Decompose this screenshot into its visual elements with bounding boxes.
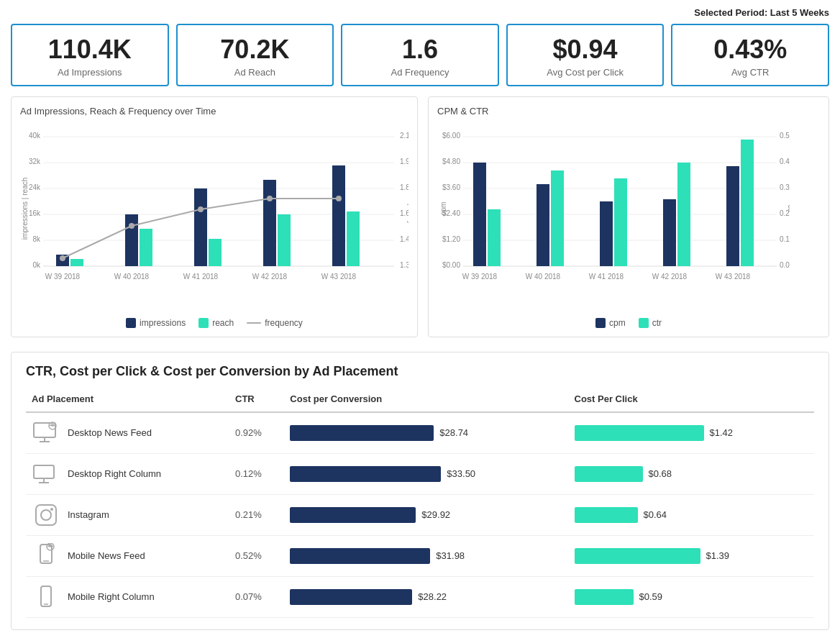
svg-text:W 40 2018: W 40 2018 <box>114 273 150 281</box>
svg-text:32k: 32k <box>29 158 41 165</box>
col-conv: Cost per Conversion <box>284 389 568 412</box>
click-value-4: $0.59 <box>639 591 663 602</box>
svg-text:$4.80: $4.80 <box>442 158 460 165</box>
chart-impressions-reach-frequency: Ad Impressions, Reach & Frequency over T… <box>11 96 418 337</box>
legend-reach-dot <box>198 318 209 328</box>
svg-text:$6.00: $6.00 <box>442 132 460 140</box>
svg-rect-66 <box>663 199 676 266</box>
svg-rect-63 <box>551 170 564 266</box>
placement-cell-4: Mobile Right Column <box>26 576 229 617</box>
placement-name-1: Desktop Right Column <box>68 468 161 479</box>
kpi-label-2: Ad Frequency <box>350 67 490 78</box>
svg-text:40k: 40k <box>29 132 41 140</box>
conv-value-4: $28.22 <box>418 591 447 602</box>
svg-rect-80 <box>34 465 54 478</box>
legend-reach: reach <box>198 318 234 328</box>
kpi-value-2: 1.6 <box>350 35 490 64</box>
svg-text:cpm: cpm <box>439 201 447 215</box>
svg-text:0k: 0k <box>32 261 41 269</box>
conv-cell-2: $29.92 <box>284 494 568 535</box>
legend-ctr: ctr <box>639 318 662 328</box>
svg-rect-90 <box>41 586 51 606</box>
click-bar-2 <box>575 507 638 523</box>
svg-text:W 39 2018: W 39 2018 <box>45 273 81 281</box>
chart-left-title: Ad Impressions, Reach & Frequency over T… <box>20 106 408 117</box>
kpi-value-1: 70.2K <box>185 35 326 64</box>
svg-text:8k: 8k <box>32 235 41 243</box>
legend-cpm-label: cpm <box>609 318 626 328</box>
svg-rect-21 <box>70 259 83 266</box>
conv-bar-0 <box>290 425 434 441</box>
placement-icon-3 <box>32 543 60 569</box>
svg-text:W 41 2018: W 41 2018 <box>183 273 219 281</box>
svg-text:1.9: 1.9 <box>400 158 408 165</box>
click-bar-3 <box>575 548 700 564</box>
svg-point-85 <box>50 508 53 511</box>
svg-rect-60 <box>473 163 486 266</box>
svg-text:$0.00: $0.00 <box>442 261 460 269</box>
svg-point-34 <box>336 196 342 201</box>
conv-value-2: $29.92 <box>421 509 450 520</box>
svg-point-88 <box>50 546 51 547</box>
kpi-card-3: $0.94 Avg Cost per Click <box>506 24 665 86</box>
legend-frequency-label: frequency <box>265 318 303 328</box>
placement-icon-0 <box>32 420 60 446</box>
svg-rect-23 <box>140 229 152 266</box>
svg-rect-29 <box>347 211 360 266</box>
legend-cpm-dot <box>595 318 606 328</box>
placement-cell-0: Desktop News Feed <box>26 412 229 454</box>
table-row: Mobile News Feed 0.52% $31.98 $1.39 <box>26 535 814 576</box>
svg-rect-61 <box>488 209 501 266</box>
kpi-card-2: 1.6 Ad Frequency <box>341 24 499 86</box>
svg-text:W 42 2018: W 42 2018 <box>252 273 288 281</box>
conv-cell-3: $31.98 <box>284 535 568 576</box>
kpi-label-0: Ad Impressions <box>19 67 160 78</box>
click-cell-3: $1.39 <box>569 535 814 576</box>
svg-point-31 <box>129 223 134 229</box>
kpi-label-4: Avg CTR <box>680 67 821 78</box>
svg-text:0.50 %: 0.50 % <box>780 132 790 140</box>
svg-rect-22 <box>125 214 138 266</box>
svg-text:16k: 16k <box>29 209 41 217</box>
placement-table: Ad Placement CTR Cost per Conversion Cos… <box>26 389 814 618</box>
placement-icon-1 <box>32 461 60 487</box>
conv-bar-4 <box>290 589 412 605</box>
conv-bar-3 <box>290 548 430 564</box>
kpi-label-1: Ad Reach <box>185 67 326 78</box>
svg-rect-69 <box>741 140 754 266</box>
legend-ctr-dot <box>639 318 649 328</box>
svg-rect-83 <box>36 505 56 525</box>
ctr-cell-4: 0.07% <box>229 576 284 617</box>
kpi-value-0: 110.4K <box>19 35 160 64</box>
svg-text:1.8: 1.8 <box>400 183 408 191</box>
conv-value-3: $31.98 <box>436 550 465 561</box>
conv-cell-0: $28.74 <box>284 412 568 454</box>
svg-text:$3.60: $3.60 <box>442 183 460 191</box>
table-row: Instagram 0.21% $29.92 $0.64 <box>26 494 814 535</box>
svg-text:ctr: ctr <box>787 204 790 213</box>
svg-text:W 43 2018: W 43 2018 <box>716 273 751 281</box>
click-cell-4: $0.59 <box>569 576 814 617</box>
placement-name-2: Instagram <box>68 509 109 520</box>
conv-bar-1 <box>290 466 441 482</box>
conv-value-0: $28.74 <box>439 427 468 438</box>
svg-rect-27 <box>278 214 291 266</box>
kpi-value-3: $0.94 <box>515 35 656 64</box>
col-placement: Ad Placement <box>26 389 229 412</box>
svg-text:24k: 24k <box>29 183 41 191</box>
charts-row: Ad Impressions, Reach & Frequency over T… <box>11 96 829 337</box>
svg-rect-67 <box>677 163 690 266</box>
ctr-cell-2: 0.21% <box>229 494 284 535</box>
click-cell-1: $0.68 <box>569 453 814 494</box>
kpi-label-3: Avg Cost per Click <box>515 67 656 78</box>
table-row: Mobile Right Column 0.07% $28.22 $0.59 <box>26 576 814 617</box>
legend-impressions-dot <box>126 318 136 328</box>
svg-rect-25 <box>209 239 222 266</box>
placement-name-4: Mobile Right Column <box>68 591 155 602</box>
legend-reach-label: reach <box>212 318 234 328</box>
legend-frequency: frequency <box>247 318 303 328</box>
svg-rect-24 <box>194 188 207 266</box>
table-header-row: Ad Placement CTR Cost per Conversion Cos… <box>26 389 814 412</box>
placement-name-0: Desktop News Feed <box>68 427 152 438</box>
svg-text:frequency: frequency <box>407 193 408 224</box>
